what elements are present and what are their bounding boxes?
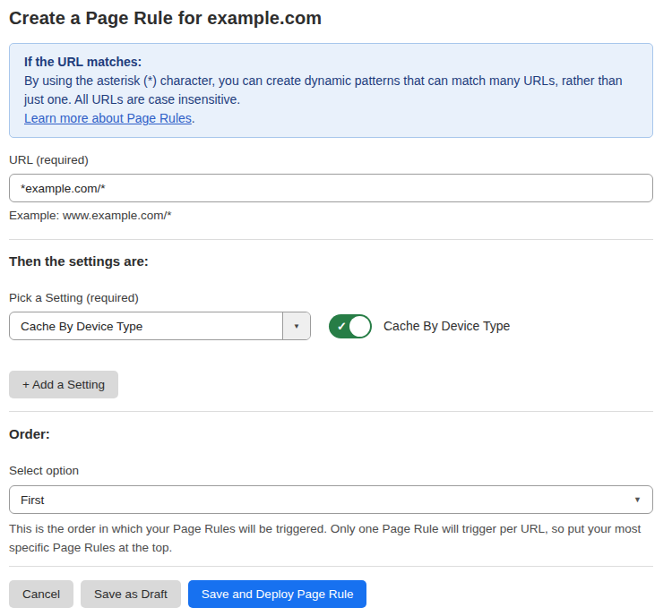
pick-setting-label: Pick a Setting (required) bbox=[9, 290, 653, 306]
divider bbox=[9, 239, 653, 240]
order-select[interactable]: First ▼ bbox=[9, 485, 653, 514]
divider bbox=[9, 566, 653, 567]
footer-actions: Cancel Save as Draft Save and Deploy Pag… bbox=[9, 580, 653, 608]
save-as-draft-button[interactable]: Save as Draft bbox=[81, 580, 181, 608]
link-suffix: . bbox=[192, 111, 195, 125]
url-example-hint: Example: www.example.com/* bbox=[9, 208, 653, 224]
setting-select-value: Cache By Device Type bbox=[10, 312, 282, 339]
order-select-label: Select option bbox=[9, 463, 653, 479]
check-icon: ✓ bbox=[337, 321, 347, 332]
settings-section-heading: Then the settings are: bbox=[9, 252, 653, 270]
add-setting-button[interactable]: + Add a Setting bbox=[9, 371, 118, 398]
info-box-link-line: Learn more about Page Rules. bbox=[24, 109, 638, 128]
create-page-rule-form: Create a Page Rule for example.com If th… bbox=[9, 0, 653, 608]
chevron-down-icon[interactable]: ▼ bbox=[282, 312, 310, 339]
url-input[interactable] bbox=[9, 174, 653, 202]
info-box-body: By using the asterisk (*) character, you… bbox=[24, 72, 638, 109]
url-field-label: URL (required) bbox=[9, 152, 653, 168]
info-box-heading: If the URL matches: bbox=[24, 53, 638, 72]
setting-row: Cache By Device Type ▼ ✓ Cache By Device… bbox=[9, 312, 653, 340]
order-select-value: First bbox=[21, 493, 44, 507]
divider bbox=[9, 411, 653, 412]
cancel-button[interactable]: Cancel bbox=[9, 580, 73, 608]
toggle-label: Cache By Device Type bbox=[383, 319, 510, 333]
toggle-knob bbox=[349, 316, 370, 337]
url-match-info-box: If the URL matches: By using the asteris… bbox=[9, 43, 653, 138]
page-title: Create a Page Rule for example.com bbox=[9, 5, 653, 30]
chevron-down-icon: ▼ bbox=[633, 495, 642, 504]
setting-select[interactable]: Cache By Device Type ▼ bbox=[9, 312, 311, 340]
order-description: This is the order in which your Page Rul… bbox=[9, 519, 653, 557]
learn-more-link[interactable]: Learn more about Page Rules bbox=[24, 111, 192, 125]
order-section-heading: Order: bbox=[9, 425, 653, 443]
save-and-deploy-button[interactable]: Save and Deploy Page Rule bbox=[188, 580, 367, 608]
cache-by-device-type-toggle[interactable]: ✓ bbox=[329, 314, 372, 338]
